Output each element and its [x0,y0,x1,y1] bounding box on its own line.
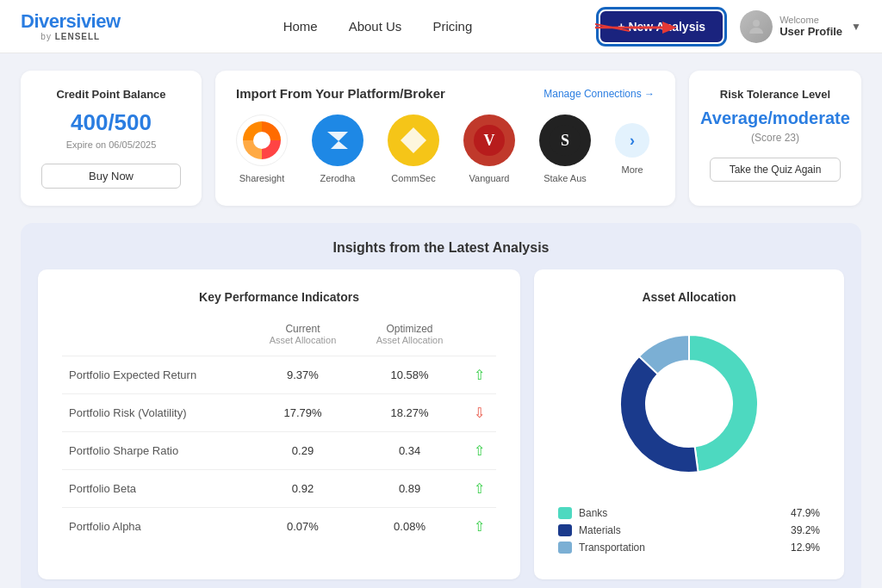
table-row: Portfolio Risk (Volatility) 17.79% 18.27… [62,394,496,432]
kpi-col-indicator [463,319,496,356]
svg-point-4 [753,20,760,27]
kpi-label: Portfolio Expected Return [62,356,249,394]
kpi-direction: ⇧ [463,508,496,546]
kpi-current: 9.37% [249,356,356,394]
kpi-optimized: 10.58% [357,356,463,394]
kpi-current: 17.79% [249,394,356,432]
import-title: Import From Your Platform/Broker [236,86,445,101]
legend-item: Materials 39.2% [558,524,820,536]
table-row: Portfolio Sharpe Ratio 0.29 0.34 ⇧ [62,432,496,470]
credit-expire: Expire on 06/05/2025 [66,139,157,150]
zerodha-logo [312,115,363,166]
user-text: Welcome User Profile [780,15,842,38]
legend-item: Transportation 12.9% [558,542,820,554]
user-profile-menu[interactable]: Welcome User Profile ▼ [740,10,861,43]
legend: Banks 47.9% Materials 39.2% Transportati… [558,507,820,559]
welcome-label: Welcome [780,15,842,25]
kpi-optimized: 0.34 [357,432,463,470]
credit-card: Credit Point Balance 400/500 Expire on 0… [21,71,202,206]
more-brokers[interactable]: › More [615,123,649,175]
user-profile-label: User Profile [780,25,842,38]
credit-amount: 400/500 [71,109,152,136]
top-cards-row: Credit Point Balance 400/500 Expire on 0… [21,71,861,206]
table-row: Portfolio Alpha 0.07% 0.08% ⇧ [62,508,496,546]
commsec-logo [388,115,439,166]
legend-label: Banks [579,507,784,519]
logo: Diversiview by LENSELL [21,11,121,41]
kpi-current: 0.07% [249,508,356,546]
kpi-label: Portfolio Sharpe Ratio [62,432,249,470]
kpi-label: Portfolio Risk (Volatility) [62,394,249,432]
brokers-row: Sharesight Zerodha [236,115,655,183]
svg-point-6 [253,132,270,149]
asset-title: Asset Allocation [642,290,736,304]
legend-item: Banks 47.9% [558,507,820,519]
manage-connections-link[interactable]: Manage Connections → [543,88,655,100]
arrow-up-icon: ⇧ [474,519,485,534]
buy-now-button[interactable]: Buy Now [41,164,181,189]
arrow-annotation [595,15,677,40]
risk-title: Risk Tolerance Level [720,88,830,101]
kpi-current: 0.92 [249,470,356,508]
kpi-direction: ⇧ [463,356,496,394]
kpi-col-optimized: Optimized Asset Allocation [357,319,463,356]
sharesight-logo [236,115,288,166]
kpi-direction: ⇧ [463,432,496,470]
kpi-optimized: 0.89 [357,470,463,508]
more-brokers-icon: › [615,123,649,158]
svg-text:S: S [561,132,569,149]
broker-stake[interactable]: S Stake Aus [539,115,591,183]
stake-logo: S [539,115,591,166]
arrow-up-icon: ⇧ [474,368,485,382]
broker-zerodha[interactable]: Zerodha [312,115,363,183]
broker-commsec[interactable]: CommSec [388,115,439,183]
logo-main: Diversiview [21,11,121,32]
kpi-current: 0.29 [249,432,356,470]
broker-vanguard[interactable]: V Vanguard [463,115,515,183]
kpi-direction: ⇩ [463,394,496,432]
risk-level: Average/moderate [700,108,850,128]
kpi-table: Current Asset Allocation Optimized Asset… [62,319,496,545]
kpi-col-empty [62,319,249,356]
table-row: Portfolio Beta 0.92 0.89 ⇧ [62,470,496,508]
avatar [740,10,773,43]
kpi-label: Portfolio Beta [62,470,249,508]
header: Diversiview by LENSELL Home About Us Pri… [0,0,882,53]
legend-color [558,507,572,519]
legend-label: Transportation [579,542,784,554]
legend-pct: 47.9% [791,507,820,519]
vanguard-logo: V [463,115,515,166]
kpi-label: Portfolio Alpha [62,508,249,546]
legend-pct: 12.9% [791,542,820,554]
svg-marker-3 [662,22,677,34]
broker-sharesight[interactable]: Sharesight [236,115,288,183]
arrow-down-icon: ⇩ [474,405,485,420]
svg-marker-8 [401,127,426,153]
legend-label: Materials [579,524,784,536]
legend-color [558,542,572,554]
avatar-icon [746,16,767,37]
kpi-card: Key Performance Indicators Current Asset… [38,269,520,579]
red-arrow-icon [595,15,677,40]
main-content: Credit Point Balance 400/500 Expire on 0… [0,53,882,588]
legend-pct: 39.2% [791,524,820,536]
svg-marker-7 [327,132,348,149]
logo-sub: by LENSELL [21,32,121,41]
take-quiz-button[interactable]: Take the Quiz Again [710,158,841,182]
nav-about[interactable]: About Us [349,19,402,34]
chevron-down-icon: ▼ [851,21,861,33]
insights-title: Insights from the Latest Analysis [38,240,844,256]
asset-card: Asset Allocation Banks 47.9% Materials 3… [534,269,844,579]
risk-card: Risk Tolerance Level Average/moderate (S… [689,71,861,206]
nav-home[interactable]: Home [283,19,318,34]
broker-name-vanguard: Vanguard [469,173,510,183]
more-label: More [621,164,643,175]
broker-name-stake: Stake Aus [543,173,587,183]
kpi-col-current: Current Asset Allocation [249,319,356,356]
kpi-optimized: 18.27% [357,394,463,432]
broker-name-zerodha: Zerodha [320,173,356,183]
nav-pricing[interactable]: Pricing [432,19,472,34]
credit-title: Credit Point Balance [56,88,165,101]
donut-center [646,361,732,447]
insights-row: Key Performance Indicators Current Asset… [38,269,844,579]
